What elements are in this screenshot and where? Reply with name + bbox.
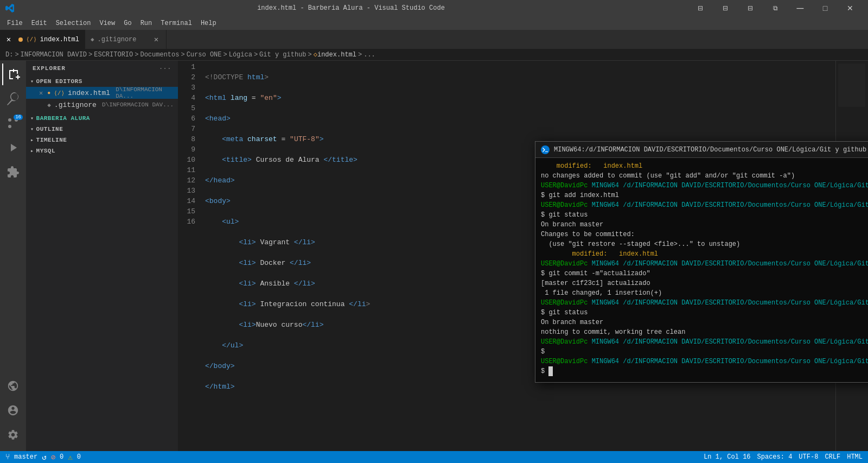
file2-git-icon: ◆ xyxy=(47,102,51,109)
activity-account[interactable] xyxy=(2,399,24,421)
menu-terminal[interactable]: Terminal xyxy=(156,18,196,28)
layout-btn[interactable]: ⊟ xyxy=(738,0,763,16)
breadcrumb-indexhtml[interactable]: index.html xyxy=(317,51,356,59)
menu-file[interactable]: File xyxy=(3,18,27,28)
activity-explorer[interactable] xyxy=(2,64,24,85)
menu-edit[interactable]: Edit xyxy=(27,18,52,28)
breadcrumb-curso[interactable]: Curso ONE xyxy=(187,51,222,59)
tab1-label: index.html xyxy=(40,36,79,43)
maximize-btn[interactable]: □ xyxy=(813,0,838,16)
toggle-sidebar-btn[interactable]: ⊟ xyxy=(688,0,713,16)
mysql-title[interactable]: ▸ MYSQL xyxy=(26,145,178,156)
svg-point-2 xyxy=(8,118,11,122)
title-bar: index.html - Barberia Alura - Visual Stu… xyxy=(0,0,868,16)
barberia-alura-section: ▾ BARBERIA ALURA xyxy=(26,111,178,124)
breadcrumb-git[interactable]: Git y github xyxy=(259,51,306,59)
sidebar: EXPLORER ··· ▾ OPEN EDITORS ✕ ● ⟨/⟩ inde… xyxy=(26,61,178,451)
breadcrumb-sep5: > xyxy=(223,51,227,59)
warning-count[interactable]: 0 xyxy=(77,453,81,461)
activity-remote[interactable] xyxy=(2,375,24,397)
close-icon-tab1[interactable]: ✕ xyxy=(4,35,13,44)
status-left: ⑂ master ↺ ⊘ 0 ⚠ 0 xyxy=(5,453,81,462)
language-indicator[interactable]: HTML xyxy=(847,453,863,461)
sidebar-more-btn[interactable]: ··· xyxy=(159,65,171,72)
file1-dot-icon: ● xyxy=(47,90,50,96)
breadcrumb: D: > INFORMACION DAVID > ESCRITORIO > Do… xyxy=(0,49,868,61)
tab2-label: .gitignore xyxy=(98,36,137,43)
breadcrumb-escritorio[interactable]: ESCRITORIO xyxy=(94,51,133,59)
more-layout-btn[interactable]: ⧉ xyxy=(763,0,788,16)
open-editors-title[interactable]: ▾ OPEN EDITORS xyxy=(26,76,178,87)
breadcrumb-sep2: > xyxy=(88,51,92,59)
terminal-title-text: MINGW64:/d/INFORMACION DAVID/ESCRITORIO/… xyxy=(554,146,868,154)
menu-selection[interactable]: Selection xyxy=(52,18,95,28)
barberia-alura-title[interactable]: ▾ BARBERIA ALURA xyxy=(26,113,178,124)
breadcrumb-logica[interactable]: Lógica xyxy=(229,51,252,59)
status-right: Ln 1, Col 16 Spaces: 4 UTF-8 CRLF HTML xyxy=(704,453,863,461)
terminal-title-bar: MINGW64:/d/INFORMACION DAVID/ESCRITORIO/… xyxy=(535,142,868,158)
tab-index-html[interactable]: ✕ ⟨/⟩ index.html xyxy=(0,30,85,49)
line-ending-indicator[interactable]: CRLF xyxy=(825,453,840,461)
open-editors-file2[interactable]: ✕ ◆ .gitignore D\INFORMACION DAV... xyxy=(26,99,178,111)
source-control-badge: 16 xyxy=(14,115,23,120)
outline-label: OUTLINE xyxy=(36,126,63,132)
breadcrumb-sep8: > xyxy=(358,51,362,59)
sidebar-header: EXPLORER ··· xyxy=(26,61,178,76)
minimize-btn[interactable]: ─ xyxy=(788,0,813,16)
sync-icon[interactable]: ↺ xyxy=(42,453,46,462)
open-editors-file1[interactable]: ✕ ● ⟨/⟩ index.html D\INFORMACION DA... xyxy=(26,87,178,99)
timeline-title[interactable]: ▸ TIMELINE xyxy=(26,135,178,145)
file1-name: index.html xyxy=(68,89,110,97)
timeline-section: ▸ TIMELINE xyxy=(26,135,178,145)
activity-source-control[interactable]: 16 xyxy=(2,112,24,134)
terminal-content[interactable]: modified: index.html no changes added to… xyxy=(535,158,868,382)
menu-help[interactable]: Help xyxy=(196,18,221,28)
editor-area[interactable]: 1 2 3 4 5 6 7 8 9 10 11 12 13 14 15 16 <… xyxy=(178,61,868,451)
warning-icon: ⚠ xyxy=(68,453,72,462)
activity-search[interactable] xyxy=(2,88,24,110)
encoding-indicator[interactable]: UTF-8 xyxy=(799,453,818,461)
terminal-window-icon xyxy=(541,145,550,154)
breadcrumb-documentos[interactable]: Documentos xyxy=(140,51,179,59)
tab-gitignore[interactable]: ◆ .gitignore ✕ xyxy=(85,30,167,49)
barberia-alura-label: BARBERIA ALURA xyxy=(36,115,90,122)
close-icon-tab2[interactable]: ✕ xyxy=(152,35,161,44)
timeline-label: TIMELINE xyxy=(36,137,67,143)
outline-title[interactable]: ▾ OUTLINE xyxy=(26,124,178,135)
menu-run[interactable]: Run xyxy=(136,18,157,28)
git-branch-icon: ⑂ xyxy=(5,453,10,461)
menu-go[interactable]: Go xyxy=(119,18,136,28)
error-count[interactable]: 0 xyxy=(60,453,63,461)
spaces-indicator[interactable]: Spaces: 4 xyxy=(757,453,793,461)
tab1-dot xyxy=(18,37,23,42)
cursor-position[interactable]: Ln 1, Col 16 xyxy=(704,453,750,461)
outline-chevron: ▾ xyxy=(30,126,34,132)
git-branch-name[interactable]: master xyxy=(14,453,37,461)
breadcrumb-sep3: > xyxy=(135,51,138,59)
activity-extensions[interactable] xyxy=(2,161,24,183)
activity-settings[interactable] xyxy=(2,424,24,446)
toggle-panels-btn[interactable]: ⊟ xyxy=(713,0,738,16)
vscode-icon xyxy=(5,4,14,12)
mysql-chevron: ▸ xyxy=(30,148,34,154)
menu-view[interactable]: View xyxy=(95,18,119,28)
outline-section: ▾ OUTLINE xyxy=(26,124,178,135)
file1-html-icon: ⟨/⟩ xyxy=(54,90,65,97)
file1-close-icon[interactable]: ✕ xyxy=(39,89,43,97)
mysql-label: MYSQL xyxy=(36,148,56,154)
open-editors-chevron: ▾ xyxy=(30,78,34,85)
mysql-section: ▸ MYSQL xyxy=(26,145,178,156)
activity-run[interactable] xyxy=(2,137,24,158)
window-title: index.html - Barberia Alura - Visual Stu… xyxy=(14,4,688,12)
status-bar: ⑂ master ↺ ⊘ 0 ⚠ 0 Ln 1, Col 16 Spaces: … xyxy=(0,451,868,463)
breadcrumb-d[interactable]: D: xyxy=(5,51,13,59)
svg-point-0 xyxy=(8,125,11,128)
window-controls: ⊟ ⊟ ⊟ ⧉ ─ □ ✕ xyxy=(688,0,863,16)
open-editors-section: ▾ OPEN EDITORS ✕ ● ⟨/⟩ index.html D\INFO… xyxy=(26,76,178,111)
activity-bottom-group xyxy=(2,375,24,446)
open-editors-label: OPEN EDITORS xyxy=(36,78,82,85)
barberia-alura-chevron: ▾ xyxy=(30,115,34,122)
breadcrumb-ellipsis[interactable]: ... xyxy=(363,51,375,59)
breadcrumb-informacion[interactable]: INFORMACION DAVID xyxy=(21,51,87,59)
close-btn[interactable]: ✕ xyxy=(838,0,863,16)
